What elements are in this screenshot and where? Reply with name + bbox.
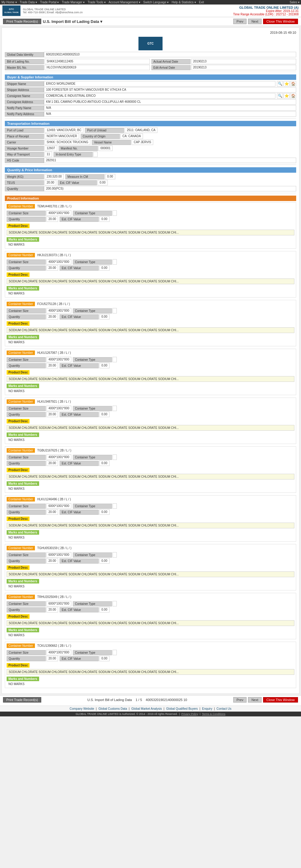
marks-label-1: Marks and Numbers: [7, 286, 39, 290]
teus-value: 20.00: [44, 180, 56, 185]
notify-addr-row: Notify Party Address N/A: [5, 111, 296, 117]
footer-link-buyers[interactable]: Global Qualified Buyers: [166, 707, 198, 710]
container-type-value-2: [112, 308, 117, 313]
nav-trademanager[interactable]: Trade Manager ▾: [62, 1, 85, 4]
print-bottom-button[interactable]: Print Trade Record(s): [3, 697, 41, 703]
container-qty-row-5: Quantity 20.00 Est. CIF Value 0.00: [7, 461, 294, 466]
nav-myhome[interactable]: My Home ▾: [1, 1, 17, 4]
inbond-value: [93, 152, 98, 157]
marks-label-6: Marks and Numbers: [7, 530, 39, 535]
teus-field: TEUS 20.00: [5, 180, 56, 185]
page-title: U.S. Import Bill of Lading Data ▾: [43, 19, 102, 24]
consignee-star-icon[interactable]: ⭐: [283, 93, 290, 98]
marks-section-0: Marks and Numbers NO MARKS: [7, 236, 294, 247]
consignee-icons: 🔍 ⭐ 🏠: [277, 93, 296, 98]
container-size-field-2: Container Size 4000*1001*000: [7, 308, 71, 313]
container-size-field-3: Container Size 4000*1001*000: [7, 357, 71, 362]
container-type-label-0: Container Type: [73, 211, 112, 216]
footer-link-market[interactable]: Global Market Analysis: [131, 707, 162, 710]
company-tel: Tel: 400-710-3008: [23, 11, 45, 14]
nav-tradedata[interactable]: Trade Data ▾: [20, 1, 37, 4]
footer-link-customs[interactable]: Global Customs Data: [98, 707, 127, 710]
header: GTCGLOBAL TRADE GLOBAL TRADE ONLINE LIMI…: [0, 4, 301, 17]
container-num-label-0: Container Number: [7, 204, 35, 209]
nav-account[interactable]: Account Management ▾: [109, 1, 140, 4]
container-qty-row-7: Quantity 20.00 Est. CIF Value 0.00: [7, 558, 294, 564]
measure-value: 0.00: [105, 174, 115, 179]
nav-tradeportal[interactable]: Trade Portal ▾: [40, 1, 59, 4]
transport-row-4: Voyage Number 12607 Manifest No. 000001: [5, 146, 296, 151]
port-unlad-value: 2511: OAKLAND, CA: [125, 127, 158, 133]
container-size-row-5: Container Size 4000*1001*000 Container T…: [7, 455, 294, 460]
container-type-field-6: Container Type: [73, 503, 117, 509]
prev-button-bottom[interactable]: Prev: [233, 697, 247, 703]
footer-copyright: GLOBAL TRADE ONLINE LIMITED is Authorize…: [0, 712, 301, 716]
search-icon[interactable]: 🔍: [277, 81, 283, 87]
container-type-field-8: Container Type: [73, 601, 117, 607]
place-receipt-field: Place of Receipt NORTH VANCOUVER: [5, 133, 79, 139]
transport-mode-field: Way of Transport 11: [5, 152, 52, 157]
container-size-value-8: 6000*1001*000: [46, 601, 71, 607]
container-num-value-3: HLKU1267067 ( 2B / L / ): [37, 351, 71, 354]
container-size-value-3: 4000*1001*000: [46, 357, 71, 362]
marks-section-8: Marks and Numbers NO MARKS: [7, 627, 294, 638]
terms-link[interactable]: Terms & Conditions: [202, 712, 226, 715]
close-button-top[interactable]: Close This Window: [263, 19, 298, 24]
container-size-value-1: 4000*1001*000: [46, 259, 71, 265]
product-desc-label-8: Product Desc: [7, 614, 30, 619]
product-desc-label-2: Product Desc: [7, 321, 30, 326]
container-size-label-0: Container Size: [7, 211, 46, 216]
product-desc-label-9: Product Desc: [7, 663, 30, 668]
container-cif-field-6: Est. CIF Value 0.00: [60, 509, 109, 515]
container-size-row-3: Container Size 4000*1001*000 Container T…: [7, 357, 294, 362]
container-cif-value-8: 0.00: [99, 607, 109, 613]
container-size-field-0: Container Size 4000*1001*000: [7, 210, 71, 216]
container-block-3: Container Number HLKU1267067 ( 2B / L / …: [5, 349, 296, 395]
footer-link-company[interactable]: Company Website: [70, 707, 94, 710]
product-desc-section-2: Product Desc SODIUM CHLORATE SODIUM CHLO…: [7, 320, 294, 333]
product-desc-value-4: SODIUM CHLORATE SODIUM CHLORATE SODIUM C…: [7, 425, 294, 431]
consignee-search-icon[interactable]: 🔍: [277, 93, 283, 98]
container-qty-label-0: Quantity: [7, 217, 46, 222]
nav-language[interactable]: Switch Language ▾: [143, 1, 169, 4]
nav-help[interactable]: Help & Statistics ▾: [172, 1, 196, 4]
print-top-button[interactable]: Print Trade Record(s): [3, 19, 41, 24]
nav-exit[interactable]: Exit: [199, 1, 204, 4]
container-block-1: Container Number HKJU2130373 ( 2B / L / …: [5, 251, 296, 298]
container-num-label-7: Container Number: [7, 546, 35, 550]
container-size-label-8: Container Size: [7, 601, 46, 607]
container-type-field-3: Container Type: [73, 357, 117, 362]
notify-addr-value: N/A: [44, 111, 296, 117]
container-cif-value-1: 0.00: [99, 265, 109, 271]
container-cif-label-3: Est. CIF Value: [60, 363, 99, 368]
consignee-home-icon[interactable]: 🏠: [290, 93, 296, 98]
home-icon[interactable]: 🏠: [290, 81, 296, 87]
footer-link-enquiry[interactable]: Enquiry: [202, 707, 212, 710]
container-qty-value-5: 20.00: [46, 461, 58, 466]
container-cif-field-1: Est. CIF Value 0.00: [60, 265, 109, 271]
product-desc-section-7: Product Desc SODIUM CHLORATE SODIUM CHLO…: [7, 564, 294, 577]
next-button-bottom[interactable]: Next: [248, 697, 262, 703]
container-qty-label-1: Quantity: [7, 266, 46, 271]
container-cif-field-0: Est. CIF Value 0.00: [60, 216, 109, 222]
product-desc-value-5: SODIUM CHLORATE SODIUM CHLORATE SODIUM C…: [7, 474, 294, 479]
container-qty-row-6: Quantity 20.00 Est. CIF Value 0.00: [7, 509, 294, 515]
marks-value-6: NO MARKS: [7, 535, 294, 540]
container-qty-field-3: Quantity 20.00: [7, 363, 58, 368]
container-size-field-4: Container Size 4000*1001*000: [7, 406, 71, 411]
container-size-value-4: 4000*1001*000: [46, 406, 71, 411]
privacy-link[interactable]: Privacy Policy: [181, 712, 198, 715]
star-icon[interactable]: ⭐: [283, 81, 290, 87]
shipper-name-value: ERICO WORLDWIDE: [44, 81, 275, 87]
footer-link-contact[interactable]: Contact Us: [216, 707, 231, 710]
close-button-bottom[interactable]: Close This Window: [263, 697, 298, 703]
container-qty-label-4: Quantity: [7, 412, 46, 417]
marks-value-9: NO MARKS: [7, 682, 294, 686]
prev-button-top[interactable]: Prev: [233, 19, 247, 24]
container-cif-value-9: 0.00: [99, 656, 109, 661]
next-button-top[interactable]: Next: [248, 19, 262, 24]
master-bl-label: Master B/L No.: [5, 65, 44, 70]
container-size-label-7: Container Size: [7, 553, 46, 558]
nav-tradetools[interactable]: Trade Tools ▾: [88, 1, 105, 4]
container-size-field-9: Container Size 4000*1001*000: [7, 650, 71, 655]
